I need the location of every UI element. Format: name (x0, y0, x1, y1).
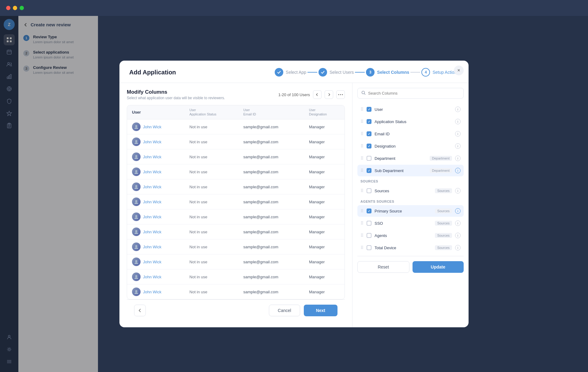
svg-point-44 (362, 91, 365, 94)
svg-point-39 (135, 230, 138, 232)
drag-handle-agents: ⠿ (360, 233, 364, 238)
cell-user-4: John Wick (127, 179, 185, 194)
step-circle-3: 3 (366, 68, 375, 77)
back-button[interactable] (134, 305, 146, 316)
column-item-department[interactable]: ⠿ Department Department i (357, 152, 464, 164)
connector-3 (410, 72, 420, 73)
info-icon-total-device[interactable]: i (455, 245, 461, 250)
svg-point-37 (135, 200, 138, 202)
checkbox-sources[interactable] (367, 188, 371, 193)
next-button[interactable]: Next (304, 305, 337, 316)
checkbox-department[interactable] (367, 156, 371, 161)
info-icon-primary-source[interactable]: i (455, 208, 461, 214)
drag-handle-app-status: ⠿ (360, 119, 364, 124)
column-item-primary-source[interactable]: ⠿ Primary Source Sources i (357, 205, 464, 217)
close-icon: × (457, 68, 460, 73)
info-icon-sso[interactable]: i (455, 220, 461, 226)
user-cell-3: John Wick (132, 167, 180, 176)
checkbox-user[interactable] (367, 107, 371, 112)
column-item-email[interactable]: ⠿ Email ID i (357, 128, 464, 140)
checkbox-sso[interactable] (367, 221, 371, 226)
more-options-button[interactable] (336, 90, 345, 99)
column-item-agents[interactable]: ⠿ Agents Sources i (357, 230, 464, 241)
info-icon-department[interactable]: i (455, 156, 461, 161)
cell-status-6: Not in use (185, 209, 239, 224)
svg-point-32 (135, 125, 138, 127)
modal-close-button[interactable]: × (454, 66, 464, 75)
search-columns-input[interactable] (368, 91, 460, 96)
cell-user-2: John Wick (127, 149, 185, 164)
cell-status-11: Not in use (185, 284, 239, 299)
search-icon (361, 91, 366, 96)
cell-email-2: sample@gmail.com (238, 149, 304, 164)
table-row: John Wick Not in usesample@gmail.comMana… (127, 209, 345, 224)
table-row: John Wick Not in usesample@gmail.comMana… (127, 254, 345, 269)
table-row: John Wick Not in usesample@gmail.comMana… (127, 134, 345, 149)
column-item-sso[interactable]: ⠿ SSO Sources i (357, 217, 464, 229)
stepper: Select App Select Users (275, 68, 459, 77)
reset-button[interactable]: Reset (357, 261, 409, 273)
drag-handle-department: ⠿ (360, 156, 364, 161)
user-name-4: John Wick (143, 185, 161, 189)
column-item-total-device[interactable]: ⠿ Total Device Sources i (357, 242, 464, 254)
cell-user-5: John Wick (127, 194, 185, 209)
checkbox-agents[interactable] (367, 233, 371, 238)
update-button[interactable]: Update (413, 261, 464, 273)
col-name-sso: SSO (375, 221, 432, 226)
info-icon-designation[interactable]: i (455, 143, 461, 149)
checkbox-app-status[interactable] (367, 119, 371, 124)
table-row: John Wick Not in usesample@gmail.comMana… (127, 284, 345, 299)
info-icon-sub-department[interactable]: i (455, 168, 461, 173)
col-name-user: User (375, 107, 452, 112)
connector-2 (355, 72, 365, 73)
col-name-email: Email ID (375, 132, 452, 136)
user-avatar-4 (132, 182, 141, 191)
user-cell-8: John Wick (132, 242, 180, 251)
maximize-traffic-light[interactable] (20, 6, 24, 10)
cancel-button[interactable]: Cancel (269, 305, 300, 316)
step-circle-2 (318, 68, 327, 77)
column-item-sub-department[interactable]: ⠿ Sub Department Department i (357, 165, 464, 176)
svg-point-29 (338, 94, 339, 95)
cell-email-8: sample@gmail.com (238, 239, 304, 254)
checkbox-designation[interactable] (367, 144, 371, 148)
checkbox-total-device[interactable] (367, 245, 371, 250)
column-item-app-status[interactable]: ⠿ Application Status i (357, 116, 464, 127)
cell-designation-9: Manager (304, 254, 345, 269)
svg-point-33 (135, 140, 138, 142)
cell-user-7: John Wick (127, 224, 185, 239)
cell-email-1: sample@gmail.com (238, 134, 304, 149)
info-icon-agents[interactable]: i (455, 233, 461, 238)
prev-page-button[interactable] (313, 90, 322, 99)
checkbox-email[interactable] (367, 131, 371, 136)
search-box[interactable] (357, 88, 464, 99)
info-icon-email[interactable]: i (455, 131, 461, 137)
svg-point-41 (135, 260, 138, 262)
cell-designation-3: Manager (304, 164, 345, 179)
checkbox-sub-department[interactable] (367, 168, 371, 173)
user-cell-2: John Wick (132, 152, 180, 161)
table-row: John Wick Not in usesample@gmail.comMana… (127, 149, 345, 164)
data-table: User User Application Status User Email … (127, 105, 345, 299)
column-item-sources[interactable]: ⠿ Sources Sources i (357, 185, 464, 197)
pagination-text: 1-20 of 100 Users (278, 92, 310, 97)
info-icon-sources[interactable]: i (455, 188, 461, 194)
drag-handle-primary-source: ⠿ (360, 209, 364, 213)
checkbox-primary-source[interactable] (367, 209, 371, 213)
user-cell-10: John Wick (132, 272, 180, 281)
info-icon-user[interactable]: i (455, 107, 461, 112)
col-name-agents: Agents (375, 233, 432, 238)
cell-user-6: John Wick (127, 209, 185, 224)
cell-designation-8: Manager (304, 239, 345, 254)
column-item-user[interactable]: ⠿ User i (357, 103, 464, 115)
svg-point-35 (135, 170, 138, 172)
next-page-button[interactable] (325, 90, 333, 99)
step-setup-actions: 4 Setup Actions (421, 68, 459, 77)
cell-email-5: sample@gmail.com (238, 194, 304, 209)
column-item-designation[interactable]: ⠿ Designation i (357, 140, 464, 152)
info-icon-app-status[interactable]: i (455, 119, 461, 124)
user-name-5: John Wick (143, 200, 161, 204)
modal-overlay: × Add Application Select App (0, 16, 588, 372)
close-traffic-light[interactable] (6, 6, 10, 10)
minimize-traffic-light[interactable] (13, 6, 17, 10)
